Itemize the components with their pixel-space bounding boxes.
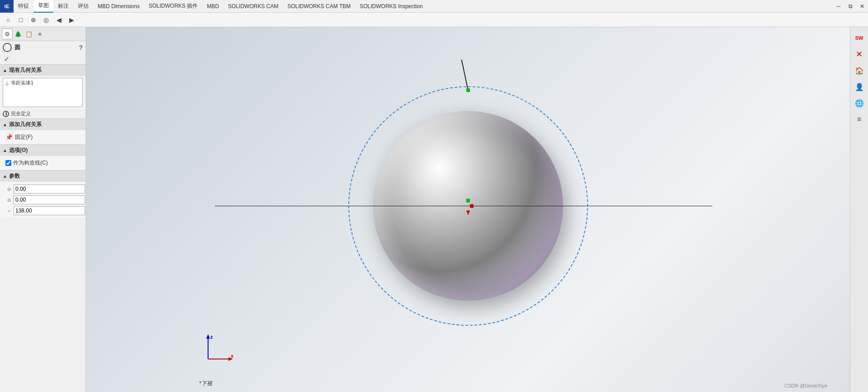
circle-icon [3, 43, 12, 52]
toolbar-next-btn[interactable]: ▶ [65, 14, 78, 26]
toolbar-circle-btn[interactable]: ○ [2, 14, 14, 26]
fix-icon: 📌 [5, 134, 13, 141]
panel-config-btn[interactable]: ≡ [34, 28, 45, 39]
menu-sketch[interactable]: 草图 [33, 0, 53, 13]
confirm-button[interactable]: ✓ [0, 54, 85, 64]
param-x-row: ⊙ ▲ ▼ [3, 184, 83, 194]
app-logo: tE [0, 0, 14, 13]
param-r-row: ○ ▲ ▼ [3, 205, 83, 216]
param-y-wrap: ▲ ▼ [14, 195, 86, 204]
right-icon-globe[interactable]: 🌐 [852, 96, 867, 110]
param-r-input[interactable] [14, 206, 85, 215]
param-y-input[interactable] [14, 195, 85, 204]
parameters-label: 参数 [9, 172, 20, 180]
menu-sw-inspection[interactable]: SOLIDWORKS Inspection [355, 0, 427, 13]
collapse-arrow4: ▲ [3, 174, 7, 179]
right-icon-x[interactable]: ✕ [852, 47, 867, 61]
toolbar-offset-btn[interactable]: ◎ [40, 14, 52, 26]
param-x-icon: ⊙ [5, 184, 14, 194]
right-panel: SW ✕ 🏠 👤 🌐 ≡ [850, 27, 868, 392]
menu-sw-cam[interactable]: SOLIDWORKS CAM [223, 0, 283, 13]
add-relations-header[interactable]: ▲ 添加几何关系 [0, 119, 85, 130]
svg-text:x: x [231, 353, 234, 359]
3d-viewport[interactable]: 45° z x *下视 CSDN [86, 27, 850, 392]
close-button[interactable]: ✕ [856, 0, 868, 13]
toolbar-prev-btn[interactable]: ◀ [52, 14, 65, 26]
existing-relations-header[interactable]: ▲ 现有几何关系 [0, 65, 85, 76]
fix-relation-item[interactable]: 📌 固定(F) [3, 132, 83, 142]
status-row: ℹ 完全定义 [0, 109, 85, 118]
right-icon-user[interactable]: 👤 [852, 80, 867, 94]
construction-line-label: 作为构造线(C) [13, 159, 48, 167]
menu-bar: tE 特征 草图 标注 评估 MBD Dimensions SOLIDWORKS… [0, 0, 868, 13]
collapse-arrow2: ▲ [3, 122, 7, 127]
add-relations-content: 📌 固定(F) [0, 130, 85, 144]
panel-header: 圆 ? [0, 41, 85, 54]
relations-listbox[interactable]: ⊥ 等距实体1 [3, 78, 83, 107]
toolbar-rect-btn[interactable]: □ [14, 14, 27, 26]
param-y-icon: ⊙ [5, 195, 14, 204]
menu-sw-cam-tbm[interactable]: SOLIDWORKS CAM TBM [283, 0, 355, 13]
existing-relations-content: ⊥ 等距实体1 [0, 76, 85, 109]
options-header[interactable]: ▲ 选项(O) [0, 145, 85, 156]
right-icon-home[interactable]: 🏠 [852, 63, 867, 78]
status-icon: ℹ [3, 111, 9, 117]
param-r-wrap: ▲ ▼ [14, 206, 86, 215]
param-x-input[interactable] [14, 184, 85, 194]
add-relations-label: 添加几何关系 [9, 121, 42, 128]
panel-title: 圆 [14, 43, 20, 52]
top-green-square [466, 88, 470, 92]
menu-mbd-dimensions[interactable]: MBD Dimensions [93, 0, 144, 13]
coordinate-axes: z x [199, 334, 235, 367]
param-r-icon: ○ [5, 206, 14, 215]
relation-text: 等距实体1 [11, 80, 33, 86]
param-x-wrap: ▲ ▼ [14, 184, 86, 194]
view-label: *下视 [199, 380, 212, 387]
relation-item: ⊥ 等距实体1 [5, 80, 81, 86]
right-icon-solidworks[interactable]: SW [852, 31, 867, 45]
sketch-toolbar: ○ □ ⊕ ◎ ◀ ▶ [0, 13, 868, 27]
collapse-arrow: ▲ [3, 68, 7, 73]
panel-tree-btn[interactable]: 🌲 [13, 28, 24, 39]
options-content: 作为构造线(C) [0, 156, 85, 170]
window-controls: ─ ⧉ ✕ [833, 0, 868, 13]
options-label: 选项(O) [9, 146, 28, 154]
param-y-row: ⊙ ▲ ▼ [3, 194, 83, 205]
watermark: CSDN @UestcXiye [784, 383, 827, 388]
relation-icon: ⊥ [5, 80, 9, 86]
menu-mbd[interactable]: MBD [202, 0, 223, 13]
existing-relations-section: ▲ 现有几何关系 ⊥ 等距实体1 [0, 64, 85, 109]
fix-relation-label: 固定(F) [15, 133, 33, 141]
parameters-header[interactable]: ▲ 参数 [0, 170, 85, 182]
toolbar-cross-btn[interactable]: ⊕ [27, 14, 40, 26]
sphere-container: 45° [373, 111, 563, 301]
menu-sw-plugins[interactable]: SOLIDWORKS 插件 [144, 0, 203, 13]
options-section: ▲ 选项(O) 作为构造线(C) [0, 144, 85, 170]
svg-text:z: z [210, 334, 213, 340]
restore-button[interactable]: ⧉ [844, 0, 856, 13]
collapse-arrow3: ▲ [3, 148, 7, 153]
panel-prop-btn[interactable]: 📋 [24, 28, 34, 39]
status-text: 完全定义 [11, 110, 31, 117]
parameters-content: ⊙ ▲ ▼ ⊙ ▲ ▼ [0, 182, 85, 218]
help-icon[interactable]: ? [79, 44, 83, 51]
panel-icon-row: ⚙ 🌲 📋 ≡ [0, 27, 85, 41]
construction-line-checkbox[interactable] [5, 160, 11, 166]
svg-marker-3 [206, 334, 210, 339]
add-relations-section: ▲ 添加几何关系 📌 固定(F) [0, 118, 85, 144]
construction-line-row: 作为构造线(C) [3, 158, 83, 168]
existing-relations-label: 现有几何关系 [9, 66, 42, 74]
left-panel: ⚙ 🌲 📋 ≡ 圆 ? ✓ ▲ 现有几何关系 ⊥ 等距实体1 ℹ 完全定义 [0, 27, 86, 392]
parameters-section: ▲ 参数 ⊙ ▲ ▼ ⊙ [0, 170, 85, 218]
menu-features[interactable]: 特征 [14, 0, 33, 13]
menu-evaluate[interactable]: 评估 [73, 0, 93, 13]
right-icon-grid[interactable]: ≡ [852, 112, 867, 127]
panel-feature-btn[interactable]: ⚙ [2, 28, 13, 39]
menu-annotation[interactable]: 标注 [53, 0, 73, 13]
crosshair-horizontal [215, 206, 712, 206]
minimize-button[interactable]: ─ [833, 0, 844, 13]
